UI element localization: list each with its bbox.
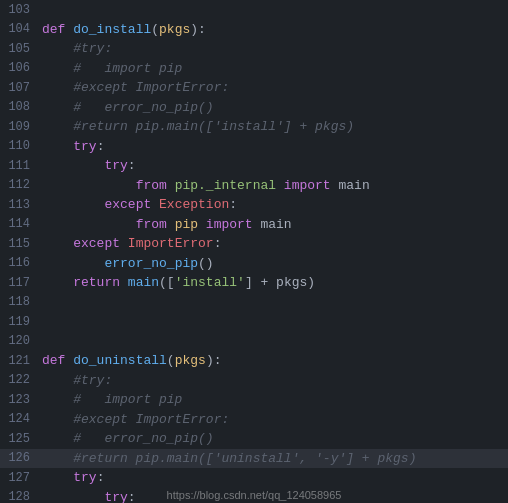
line-number: 112 bbox=[0, 178, 38, 192]
line-content: try: bbox=[38, 158, 508, 173]
code-line: 115 except ImportError: bbox=[0, 234, 508, 254]
code-line: 128 try: bbox=[0, 488, 508, 504]
line-content: # error_no_pip() bbox=[38, 431, 508, 446]
line-number: 109 bbox=[0, 120, 38, 134]
line-number: 125 bbox=[0, 432, 38, 446]
line-number: 105 bbox=[0, 42, 38, 56]
line-content: from pip import main bbox=[38, 217, 508, 232]
code-line: 124 #except ImportError: bbox=[0, 410, 508, 430]
line-number: 123 bbox=[0, 393, 38, 407]
code-editor: 103104def do_install(pkgs):105 #try:106 … bbox=[0, 0, 508, 503]
line-content: # import pip bbox=[38, 392, 508, 407]
line-number: 118 bbox=[0, 295, 38, 309]
code-line: 119 bbox=[0, 312, 508, 332]
code-line: 108 # error_no_pip() bbox=[0, 98, 508, 118]
code-line: 116 error_no_pip() bbox=[0, 254, 508, 274]
line-number: 107 bbox=[0, 81, 38, 95]
line-number: 122 bbox=[0, 373, 38, 387]
line-content: #try: bbox=[38, 373, 508, 388]
code-line: 114 from pip import main bbox=[0, 215, 508, 235]
line-number: 120 bbox=[0, 334, 38, 348]
line-number: 111 bbox=[0, 159, 38, 173]
line-number: 108 bbox=[0, 100, 38, 114]
line-content: #return pip.main(['install'] + pkgs) bbox=[38, 119, 508, 134]
line-number: 113 bbox=[0, 198, 38, 212]
line-number: 116 bbox=[0, 256, 38, 270]
line-number: 114 bbox=[0, 217, 38, 231]
code-line: 112 from pip._internal import main bbox=[0, 176, 508, 196]
code-line: 106 # import pip bbox=[0, 59, 508, 79]
line-content: except Exception: bbox=[38, 197, 508, 212]
line-number: 110 bbox=[0, 139, 38, 153]
line-content: from pip._internal import main bbox=[38, 178, 508, 193]
code-line: 126 #return pip.main(['uninstall', '-y']… bbox=[0, 449, 508, 469]
line-content: #try: bbox=[38, 41, 508, 56]
line-content: try: bbox=[38, 139, 508, 154]
line-content: try: bbox=[38, 470, 508, 485]
code-line: 110 try: bbox=[0, 137, 508, 157]
code-line: 104def do_install(pkgs): bbox=[0, 20, 508, 40]
line-number: 126 bbox=[0, 451, 38, 465]
line-number: 104 bbox=[0, 22, 38, 36]
code-line: 117 return main(['install'] + pkgs) bbox=[0, 273, 508, 293]
code-line: 127 try: bbox=[0, 468, 508, 488]
line-number: 121 bbox=[0, 354, 38, 368]
line-number: 117 bbox=[0, 276, 38, 290]
line-number: 106 bbox=[0, 61, 38, 75]
code-line: 123 # import pip bbox=[0, 390, 508, 410]
code-line: 111 try: bbox=[0, 156, 508, 176]
code-line: 105 #try: bbox=[0, 39, 508, 59]
line-content: except ImportError: bbox=[38, 236, 508, 251]
line-content: # error_no_pip() bbox=[38, 100, 508, 115]
line-number: 127 bbox=[0, 471, 38, 485]
line-content: error_no_pip() bbox=[38, 256, 508, 271]
line-number: 115 bbox=[0, 237, 38, 251]
line-number: 119 bbox=[0, 315, 38, 329]
line-content: #except ImportError: bbox=[38, 80, 508, 95]
code-line: 121def do_uninstall(pkgs): bbox=[0, 351, 508, 371]
code-line: 120 bbox=[0, 332, 508, 352]
code-line: 125 # error_no_pip() bbox=[0, 429, 508, 449]
line-content: try: bbox=[38, 490, 508, 503]
line-content: #except ImportError: bbox=[38, 412, 508, 427]
code-line: 109 #return pip.main(['install'] + pkgs) bbox=[0, 117, 508, 137]
line-number: 103 bbox=[0, 3, 38, 17]
line-content: # import pip bbox=[38, 61, 508, 76]
code-line: 103 bbox=[0, 0, 508, 20]
line-content: #return pip.main(['uninstall', '-y'] + p… bbox=[38, 451, 508, 466]
code-line: 107 #except ImportError: bbox=[0, 78, 508, 98]
line-content: def do_uninstall(pkgs): bbox=[38, 353, 508, 368]
line-content: return main(['install'] + pkgs) bbox=[38, 275, 508, 290]
code-line: 122 #try: bbox=[0, 371, 508, 391]
code-line: 113 except Exception: bbox=[0, 195, 508, 215]
code-line: 118 bbox=[0, 293, 508, 313]
line-number: 128 bbox=[0, 490, 38, 503]
line-number: 124 bbox=[0, 412, 38, 426]
line-content: def do_install(pkgs): bbox=[38, 22, 508, 37]
